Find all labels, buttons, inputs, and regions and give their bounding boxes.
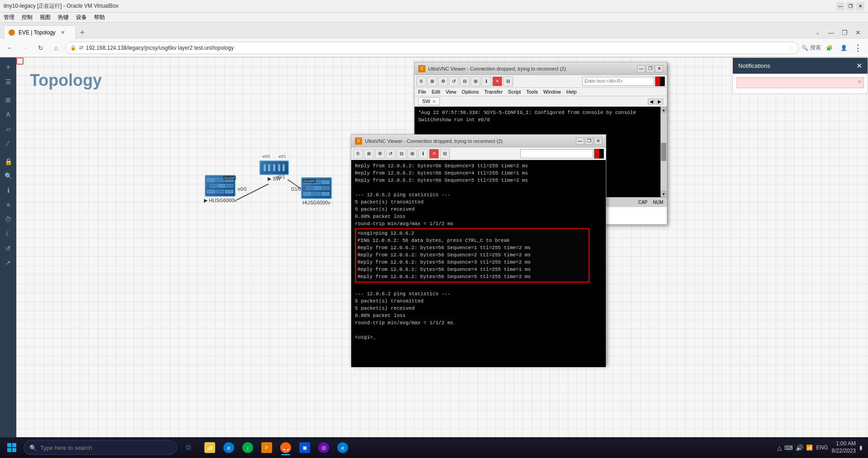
browser-close[interactable]: ✕ bbox=[852, 26, 864, 39]
vnc-tb1[interactable]: ⎘ bbox=[416, 76, 426, 86]
sidebar-lock-icon[interactable]: 🔒 bbox=[2, 155, 14, 168]
vnc-host-input[interactable] bbox=[582, 77, 654, 86]
show-desktop-btn[interactable]: ▮ bbox=[859, 444, 863, 451]
vnc-menu-file[interactable]: File bbox=[418, 89, 426, 94]
vnc-f-tb3[interactable]: ⚙ bbox=[375, 149, 385, 159]
vnc-back-close-btn[interactable]: ✕ bbox=[655, 65, 663, 72]
vnc-f-tb1[interactable]: ⎘ bbox=[353, 149, 363, 159]
extensions-btn[interactable]: 🧩 bbox=[823, 42, 835, 54]
taskbar-app-p1[interactable]: P bbox=[258, 439, 276, 456]
taskbar-app-dl[interactable]: ↓ bbox=[239, 439, 257, 456]
vnc-f-tb2[interactable]: ⊞ bbox=[364, 149, 374, 159]
sidebar-line-icon[interactable]: ⁄ bbox=[2, 137, 14, 150]
taskbar-app-edge2[interactable]: e bbox=[334, 439, 352, 456]
reload-btn[interactable]: ↻ bbox=[34, 42, 47, 54]
browser-tab-active[interactable]: EVE | Topology ✕ bbox=[4, 25, 76, 39]
vnc-front-close-btn[interactable]: ✕ bbox=[594, 137, 602, 145]
vnc-tb3[interactable]: ⚙ bbox=[438, 76, 448, 86]
vnc-front-host-input[interactable] bbox=[520, 149, 594, 158]
vnc-f-tb5[interactable]: ⊟ bbox=[396, 149, 406, 159]
tab-close-btn[interactable]: ✕ bbox=[59, 29, 66, 36]
vbox-minimize-btn[interactable]: — bbox=[836, 2, 844, 10]
vnc-tb5[interactable]: ⊟ bbox=[460, 76, 470, 86]
notif-item-close-btn[interactable]: ✕ bbox=[857, 79, 862, 85]
vnc-front-max-btn[interactable]: ❐ bbox=[585, 137, 593, 145]
vnc-tb9[interactable]: ⊟ bbox=[503, 76, 513, 86]
vnc-menu-options[interactable]: Options bbox=[462, 89, 479, 94]
systray-lang[interactable]: ENG bbox=[816, 444, 828, 451]
vnc-f-tb9[interactable]: ⊟ bbox=[440, 149, 450, 159]
sidebar-search-icon[interactable]: 🔍 bbox=[2, 170, 14, 182]
sidebar-topology-icon[interactable]: ⊞ bbox=[2, 94, 14, 106]
systray-chevron[interactable]: △ bbox=[777, 444, 782, 451]
vnc-scroll-thumb[interactable] bbox=[661, 143, 666, 161]
vnc-f-tb8[interactable]: ✕ bbox=[429, 149, 439, 159]
vnc-back-max-btn[interactable]: ❐ bbox=[646, 65, 654, 72]
taskbar-app-edge[interactable]: e bbox=[220, 439, 238, 456]
taskbar-app-p2[interactable]: ▣ bbox=[296, 439, 314, 456]
home-btn[interactable]: ⌂ bbox=[50, 42, 62, 54]
menu-view[interactable]: 视图 bbox=[40, 14, 51, 21]
sidebar-list-icon[interactable]: ≡ bbox=[2, 198, 14, 211]
systray-keyboard[interactable]: ⌨ bbox=[784, 444, 793, 451]
vbox-close-btn[interactable]: ✕ bbox=[856, 2, 864, 10]
vnc-menu-transfer[interactable]: Transfer bbox=[484, 89, 503, 94]
sidebar-node-icon[interactable]: ☰ bbox=[2, 76, 14, 88]
back-btn[interactable]: ← bbox=[4, 42, 16, 54]
vnc-tb8[interactable]: ✕ bbox=[492, 76, 502, 86]
sidebar-moon-icon[interactable]: ☾ bbox=[2, 227, 14, 240]
sidebar-info-icon[interactable]: ℹ bbox=[2, 184, 14, 197]
browser-maximize[interactable]: ❐ bbox=[838, 26, 851, 39]
vnc-menu-help[interactable]: Help bbox=[566, 89, 577, 94]
vnc-tb6[interactable]: ⊞ bbox=[471, 76, 481, 86]
menu-hotkey[interactable]: 热键 bbox=[58, 14, 69, 21]
vnc-f-tb4[interactable]: ↺ bbox=[386, 149, 396, 159]
vnc-tab-left-btn[interactable]: ◀ bbox=[648, 99, 655, 104]
device-husg2[interactable]: G1/0/0 HUSG6000v bbox=[301, 177, 332, 205]
taskbar-app-firefox[interactable]: 🦊 bbox=[277, 439, 295, 456]
sidebar-refresh-icon[interactable]: ↺ bbox=[2, 242, 14, 255]
vnc-f-tb6[interactable]: ⊞ bbox=[407, 149, 417, 159]
forward-btn[interactable]: → bbox=[19, 42, 32, 54]
sidebar-shape-icon[interactable]: ▱ bbox=[2, 123, 14, 135]
vnc-f-tb7[interactable]: ℹ bbox=[418, 149, 428, 159]
taskbar-clock[interactable]: 1:00 AM 8/22/2023 bbox=[832, 440, 856, 454]
vnc-front-min-btn[interactable]: — bbox=[576, 137, 584, 145]
sidebar-add-icon[interactable]: + bbox=[2, 61, 14, 74]
taskbar-app-obs[interactable]: ◎ bbox=[315, 439, 333, 456]
sidebar-text-icon[interactable]: A bbox=[2, 108, 14, 121]
vnc-front-titlebar[interactable]: V UltraVNC Viewer - Connection dropped, … bbox=[351, 135, 606, 147]
vnc-scroll-up-btn[interactable]: ▲ bbox=[660, 107, 667, 113]
vnc-menu-script[interactable]: Script bbox=[508, 89, 521, 94]
vnc-menu-edit[interactable]: Edit bbox=[432, 89, 440, 94]
address-bar[interactable]: 🔒 ⇄ 192.168.124.138/legacy/jncsy/usg6kv … bbox=[65, 42, 799, 54]
vnc-tab-close-btn[interactable]: ✕ bbox=[432, 99, 436, 104]
systray-network[interactable]: 📶 bbox=[806, 444, 813, 451]
device-husg1[interactable]: G1/0/0 ▶ HUSG6000v bbox=[204, 175, 237, 203]
start-button[interactable] bbox=[2, 439, 22, 456]
taskbar-task-view[interactable]: ⧉ bbox=[179, 439, 197, 456]
systray-volume[interactable]: 🔊 bbox=[796, 444, 803, 451]
sidebar-clock-icon[interactable]: ⏱ bbox=[2, 213, 14, 226]
device-sw[interactable]: e0/0 e0/1 ▶ SW bbox=[259, 161, 289, 182]
more-btn[interactable]: ⋮ bbox=[852, 42, 864, 54]
vbox-maximize-btn[interactable]: ❐ bbox=[846, 2, 854, 10]
new-tab-btn[interactable]: + bbox=[76, 26, 89, 39]
vnc-tb7[interactable]: ℹ bbox=[481, 76, 491, 86]
vnc-tab-right-btn[interactable]: ▶ bbox=[656, 99, 663, 104]
sidebar-export-icon[interactable]: ↗ bbox=[2, 256, 14, 269]
vnc-back-min-btn[interactable]: — bbox=[637, 65, 645, 72]
vnc-menu-tools[interactable]: Tools bbox=[526, 89, 538, 94]
vnc-menu-view[interactable]: View bbox=[446, 89, 457, 94]
taskbar-app-explorer[interactable]: 📁 bbox=[201, 439, 219, 456]
menu-control[interactable]: 控制 bbox=[22, 14, 33, 21]
profile-btn[interactable]: 👤 bbox=[837, 42, 850, 54]
menu-help[interactable]: 帮助 bbox=[94, 14, 105, 21]
tab-list-btn[interactable]: ⌄ bbox=[811, 26, 824, 39]
vnc-menu-window[interactable]: Window bbox=[543, 89, 561, 94]
browser-minimize[interactable]: — bbox=[825, 26, 837, 39]
taskbar-search[interactable]: 🔍 Type here to search bbox=[24, 440, 177, 455]
menu-devices[interactable]: 设备 bbox=[76, 14, 87, 21]
vnc-back-titlebar[interactable]: V UltraVNC Viewer - Connection dropped, … bbox=[415, 62, 667, 75]
vnc-tab-sw[interactable]: SW ✕ bbox=[418, 97, 440, 105]
